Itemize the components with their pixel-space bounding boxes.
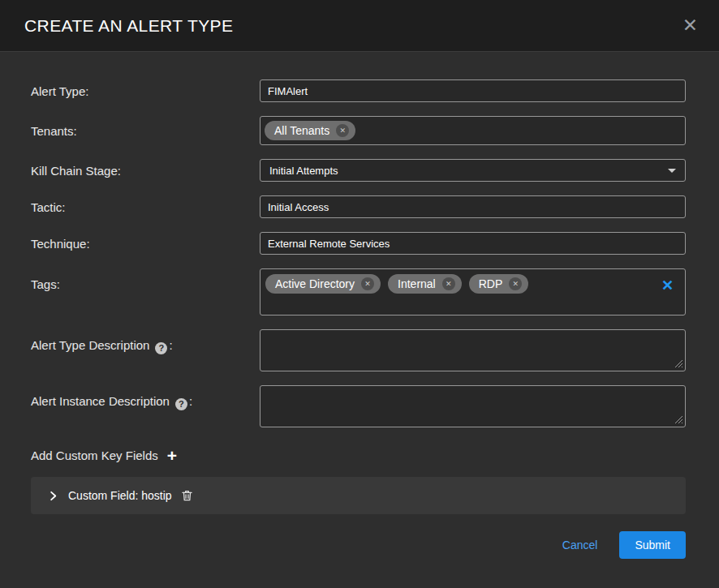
alert-type-input[interactable] — [260, 79, 686, 102]
modal-body: Alert Type: Tenants: All Tenants ✕ Kill … — [0, 52, 719, 559]
tenant-chip: All Tenants ✕ — [265, 121, 355, 140]
add-custom-key-fields-label: Add Custom Key Fields — [31, 449, 158, 462]
tactic-label: Tactic: — [31, 200, 260, 214]
alert-type-description-row: Alert Type Description?: — [31, 329, 686, 371]
tags-row: Tags: Active Directory ✕ Internal ✕ RDP … — [31, 268, 686, 315]
remove-tag-chip-icon[interactable]: ✕ — [442, 277, 455, 290]
clear-tags-icon[interactable]: ✕ — [661, 278, 674, 293]
tenants-label: Tenants: — [31, 124, 260, 138]
modal-header: CREATE AN ALERT TYPE ✕ — [0, 0, 719, 52]
tags-label: Tags: — [31, 268, 260, 291]
kill-chain-stage-value: Initial Attempts — [269, 165, 338, 177]
remove-tag-chip-icon[interactable]: ✕ — [509, 277, 522, 290]
alert-instance-description-row: Alert Instance Description?: — [31, 385, 686, 427]
tactic-row: Tactic: — [31, 195, 686, 218]
tags-input[interactable]: Active Directory ✕ Internal ✕ RDP ✕ ✕ — [260, 268, 686, 315]
tag-chip: RDP ✕ — [469, 274, 529, 294]
close-icon[interactable]: ✕ — [682, 16, 698, 35]
tenants-row: Tenants: All Tenants ✕ — [31, 116, 686, 145]
submit-button[interactable]: Submit — [619, 531, 686, 559]
tag-chip-label: RDP — [479, 277, 503, 290]
technique-row: Technique: — [31, 232, 686, 255]
alert-type-description-label: Alert Type Description?: — [31, 329, 260, 354]
chevron-right-icon[interactable] — [48, 491, 58, 501]
remove-tenant-chip-icon[interactable]: ✕ — [336, 124, 349, 137]
alert-instance-description-textarea[interactable] — [260, 385, 686, 427]
alert-type-description-textarea[interactable] — [260, 329, 686, 371]
custom-field-row[interactable]: Custom Field: hostip — [31, 477, 686, 514]
trash-icon[interactable] — [181, 489, 193, 502]
modal-title: CREATE AN ALERT TYPE — [24, 16, 233, 36]
custom-key-fields-header: Add Custom Key Fields + — [31, 447, 686, 464]
add-custom-field-icon[interactable]: + — [167, 447, 177, 464]
technique-label: Technique: — [31, 237, 260, 251]
tactic-input[interactable] — [260, 195, 686, 218]
remove-tag-chip-icon[interactable]: ✕ — [361, 277, 374, 290]
cancel-button[interactable]: Cancel — [562, 539, 598, 552]
kill-chain-stage-label: Kill Chain Stage: — [31, 164, 260, 178]
help-icon[interactable]: ? — [175, 398, 187, 410]
kill-chain-stage-select[interactable]: Initial Attempts — [260, 159, 686, 182]
alert-type-label: Alert Type: — [31, 84, 260, 98]
chevron-down-icon — [668, 169, 676, 173]
tag-chip: Active Directory ✕ — [265, 274, 381, 294]
tag-chip: Internal ✕ — [388, 274, 462, 294]
alert-type-row: Alert Type: — [31, 79, 686, 102]
help-icon[interactable]: ? — [155, 342, 167, 354]
alert-instance-description-label: Alert Instance Description?: — [31, 385, 260, 410]
tenant-chip-label: All Tenants — [274, 124, 329, 137]
tenants-input[interactable]: All Tenants ✕ — [260, 116, 686, 145]
kill-chain-stage-row: Kill Chain Stage: Initial Attempts — [31, 159, 686, 182]
tag-chip-label: Active Directory — [275, 277, 355, 290]
modal-footer: Cancel Submit — [31, 531, 686, 559]
technique-input[interactable] — [260, 232, 686, 255]
tag-chip-label: Internal — [398, 277, 436, 290]
custom-field-label: Custom Field: hostip — [68, 489, 172, 502]
